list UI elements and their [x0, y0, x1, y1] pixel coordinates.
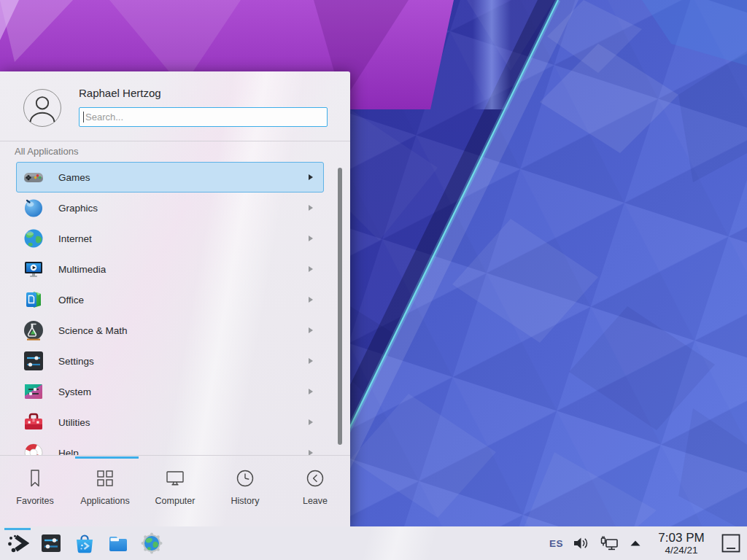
folder-icon	[107, 532, 130, 555]
settings-sliders-icon	[39, 532, 63, 555]
gamepad-icon	[22, 166, 45, 189]
tab-computer[interactable]: Computer	[140, 456, 210, 526]
category-label: Internet	[58, 233, 309, 244]
system-sliders-icon	[22, 380, 45, 403]
volume-icon[interactable]	[573, 535, 590, 551]
category-label: Settings	[58, 356, 309, 367]
scrollbar[interactable]	[338, 168, 342, 445]
taskbar-panel: ES 7:03 PM 4/24/21	[0, 526, 747, 560]
submenu-arrow-icon	[309, 358, 313, 364]
category-settings[interactable]: Settings	[16, 346, 324, 376]
category-science-math[interactable]: Science & Math	[16, 315, 324, 346]
category-games[interactable]: Games	[16, 162, 324, 192]
category-system[interactable]: System	[16, 376, 324, 407]
discover-launcher[interactable]	[73, 532, 96, 555]
show-desktop-button[interactable]	[721, 533, 741, 553]
category-office[interactable]: Office	[16, 284, 324, 315]
tab-label: History	[231, 496, 260, 506]
tab-favorites[interactable]: Favorites	[0, 456, 70, 526]
applications-grid-icon	[94, 467, 116, 489]
category-label: Multimedia	[58, 264, 309, 275]
clock-time: 7:03 PM	[658, 531, 704, 545]
graphics-ball-icon	[22, 196, 45, 219]
category-label: Help	[58, 448, 309, 456]
tab-leave[interactable]: Leave	[280, 456, 350, 526]
submenu-arrow-icon	[309, 174, 313, 180]
leave-circle-icon	[304, 467, 326, 489]
web-browser-launcher[interactable]	[140, 532, 163, 555]
file-manager-launcher[interactable]	[107, 532, 130, 555]
category-label: Utilities	[58, 417, 309, 428]
tab-applications[interactable]: Applications	[70, 456, 140, 526]
multimedia-screen-icon	[22, 257, 45, 281]
submenu-arrow-icon	[309, 266, 313, 272]
network-icon[interactable]	[600, 535, 619, 551]
application-launcher-menu: Raphael Hertzog All Applications	[0, 71, 350, 526]
science-flask-icon	[22, 319, 45, 342]
submenu-arrow-icon	[309, 389, 313, 394]
category-multimedia[interactable]: Multimedia	[16, 254, 324, 284]
tab-label: Favorites	[16, 496, 53, 506]
bookmark-icon	[24, 467, 46, 489]
expand-tray-arrow-icon[interactable]	[629, 537, 642, 549]
category-label: Science & Math	[58, 325, 309, 336]
tab-label: Leave	[303, 496, 328, 506]
submenu-arrow-icon	[309, 450, 313, 455]
clock-date: 4/24/21	[665, 545, 697, 556]
shopping-bag-icon	[73, 532, 96, 555]
category-label: Games	[58, 172, 309, 183]
help-lifebuoy-icon	[22, 441, 45, 455]
digital-clock[interactable]: 7:03 PM 4/24/21	[651, 531, 711, 556]
office-document-icon	[22, 288, 45, 311]
launcher-tab-bar: Favorites Applications Computer	[0, 455, 350, 526]
desktop: Raphael Hertzog All Applications	[0, 0, 747, 560]
category-label: System	[58, 386, 309, 397]
category-label: Office	[58, 295, 309, 306]
submenu-arrow-icon	[309, 419, 313, 425]
category-utilities[interactable]: Utilities	[16, 407, 324, 438]
computer-monitor-icon	[164, 467, 186, 489]
kde-kickoff-icon	[6, 532, 29, 555]
globe-icon	[22, 227, 45, 250]
user-icon	[24, 90, 61, 126]
text-caret	[83, 112, 84, 122]
section-label: All Applications	[15, 146, 78, 157]
globe-gear-icon	[140, 532, 163, 555]
utilities-toolbox-icon	[22, 411, 45, 434]
category-help[interactable]: Help	[16, 438, 324, 455]
tab-label: Computer	[155, 496, 196, 506]
submenu-arrow-icon	[309, 327, 313, 333]
category-label: Graphics	[58, 203, 309, 214]
tab-label: Applications	[80, 496, 129, 506]
search-input[interactable]	[79, 107, 328, 127]
active-task-indicator	[4, 528, 31, 530]
settings-sliders-icon	[22, 349, 45, 373]
keyboard-layout-indicator[interactable]: ES	[549, 538, 563, 549]
active-tab-indicator	[75, 456, 139, 459]
launcher-header: Raphael Hertzog	[0, 71, 350, 141]
submenu-arrow-icon	[309, 297, 313, 303]
category-internet[interactable]: Internet	[16, 223, 324, 254]
tab-history[interactable]: History	[210, 456, 280, 526]
submenu-arrow-icon	[309, 205, 313, 211]
submenu-arrow-icon	[309, 236, 313, 241]
application-launcher-button[interactable]	[6, 532, 29, 555]
category-list: Games Graphics	[16, 162, 324, 455]
user-name: Raphael Hertzog	[79, 87, 161, 99]
history-clock-icon	[234, 467, 256, 489]
user-avatar[interactable]	[23, 89, 61, 127]
system-tray: ES 7:03 PM 4/24/21	[549, 531, 741, 556]
category-graphics[interactable]: Graphics	[16, 192, 324, 223]
system-settings-launcher[interactable]	[39, 532, 63, 555]
